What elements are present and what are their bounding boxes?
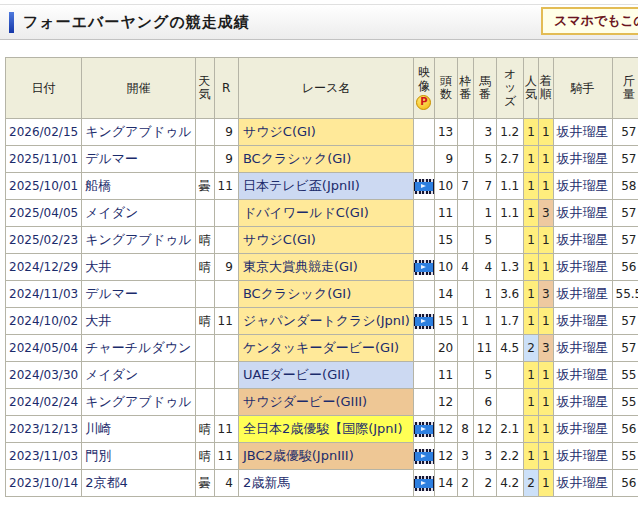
race-name-link[interactable]: サウジC(GI)	[238, 227, 413, 254]
race-date-link[interactable]: 2023/10/14	[6, 470, 82, 497]
jockey-link[interactable]: 坂井瑠星	[553, 389, 612, 416]
table-row: 2023/11/03門別晴11JBC2歳優駿(JpnIII)12332.211坂…	[6, 443, 638, 470]
jockey-link[interactable]: 坂井瑠星	[553, 200, 612, 227]
race-number: 11	[214, 416, 238, 443]
venue-link[interactable]: 大井	[82, 308, 195, 335]
race-name-link[interactable]: ドバイワールドC(GI)	[238, 200, 413, 227]
race-date-link[interactable]: 2023/11/03	[6, 443, 82, 470]
film-play-icon[interactable]	[414, 422, 434, 437]
odds-value: 1.1	[497, 200, 524, 227]
race-name-link[interactable]: JBC2歳優駿(JpnIII)	[238, 443, 413, 470]
odds-value: 4.5	[497, 335, 524, 362]
film-play-icon[interactable]	[414, 314, 434, 329]
film-holes	[414, 179, 434, 182]
venue-link[interactable]: 大井	[82, 254, 195, 281]
jockey-link[interactable]: 坂井瑠星	[553, 281, 612, 308]
jockey-link[interactable]: 坂井瑠星	[553, 416, 612, 443]
race-name-link[interactable]: 日本テレビ盃(JpnII)	[238, 173, 413, 200]
race-name-link[interactable]: 2歳新馬	[238, 470, 413, 497]
jockey-link[interactable]: 坂井瑠星	[553, 173, 612, 200]
jockey-link[interactable]: 坂井瑠星	[553, 227, 612, 254]
film-holes	[414, 422, 434, 425]
race-name-link[interactable]: BCクラシック(GI)	[238, 146, 413, 173]
venue-link[interactable]: キングアブドゥル	[82, 119, 195, 146]
jockey-link[interactable]: 坂井瑠星	[553, 254, 612, 281]
table-row: 2026/02/15キングアブドゥル9サウジC(GI)1331.211坂井瑠星5…	[6, 119, 638, 146]
race-date-link[interactable]: 2025/10/01	[6, 173, 82, 200]
race-name-link[interactable]: ケンタッキーダービー(GI)	[238, 335, 413, 362]
race-date-link[interactable]: 2025/11/01	[6, 146, 82, 173]
race-number: 11	[214, 443, 238, 470]
weight-carried: 55	[612, 443, 638, 470]
weight-carried: 56	[612, 470, 638, 497]
col-header-weather: 天気	[195, 58, 214, 119]
race-name-link[interactable]: ジャパンダートクラシ(JpnI)	[238, 308, 413, 335]
horse-number: 2	[473, 470, 496, 497]
venue-link[interactable]: 門別	[82, 443, 195, 470]
table-row: 2024/10/02大井晴11ジャパンダートクラシ(JpnI)15111.711…	[6, 308, 638, 335]
race-name-link[interactable]: UAEダービー(GII)	[238, 362, 413, 389]
venue-link[interactable]: キングアブドゥル	[82, 227, 195, 254]
venue-link[interactable]: デルマー	[82, 281, 195, 308]
jockey-link[interactable]: 坂井瑠星	[553, 146, 612, 173]
race-date-link[interactable]: 2026/02/15	[6, 119, 82, 146]
video-cell[interactable]	[413, 254, 434, 281]
venue-link[interactable]: キングアブドゥル	[82, 389, 195, 416]
film-play-icon[interactable]	[414, 260, 434, 275]
race-number: 9	[214, 254, 238, 281]
weather-value	[195, 335, 214, 362]
race-date-link[interactable]: 2023/12/13	[6, 416, 82, 443]
odds-value: 1.7	[497, 308, 524, 335]
smartphone-page-button[interactable]: スマホでもこのペ	[541, 7, 638, 35]
video-cell[interactable]	[413, 470, 434, 497]
race-date-link[interactable]: 2024/12/29	[6, 254, 82, 281]
frame-number	[458, 335, 474, 362]
film-holes	[414, 272, 434, 275]
film-play-icon[interactable]	[414, 476, 434, 491]
weight-carried: 56	[612, 416, 638, 443]
frame-number: 3	[458, 443, 474, 470]
race-name-link[interactable]: 東京大賞典競走(GI)	[238, 254, 413, 281]
venue-link[interactable]: 川崎	[82, 416, 195, 443]
video-cell[interactable]	[413, 173, 434, 200]
venue-link[interactable]: 2京都4	[82, 470, 195, 497]
race-number	[214, 227, 238, 254]
race-date-link[interactable]: 2024/11/03	[6, 281, 82, 308]
race-name-link[interactable]: 全日本2歳優駿【国際(JpnI)	[238, 416, 413, 443]
film-play-icon[interactable]	[414, 179, 434, 194]
jockey-link[interactable]: 坂井瑠星	[553, 470, 612, 497]
horse-number: 4	[473, 254, 496, 281]
race-name-link[interactable]: サウジC(GI)	[238, 119, 413, 146]
weather-value: 曇	[195, 470, 214, 497]
jockey-link[interactable]: 坂井瑠星	[553, 443, 612, 470]
race-name-link[interactable]: サウジダービー(GIII)	[238, 389, 413, 416]
race-date-link[interactable]: 2024/10/02	[6, 308, 82, 335]
video-cell[interactable]	[413, 416, 434, 443]
venue-link[interactable]: チャーチルダウン	[82, 335, 195, 362]
race-date-link[interactable]: 2024/03/30	[6, 362, 82, 389]
jockey-link[interactable]: 坂井瑠星	[553, 362, 612, 389]
video-cell[interactable]	[413, 308, 434, 335]
video-cell[interactable]	[413, 443, 434, 470]
jockey-link[interactable]: 坂井瑠星	[553, 308, 612, 335]
col-header-jockey: 騎手	[553, 58, 612, 119]
venue-link[interactable]: メイダン	[82, 362, 195, 389]
race-date-link[interactable]: 2024/02/24	[6, 389, 82, 416]
popularity-value: 1	[524, 389, 539, 416]
jockey-link[interactable]: 坂井瑠星	[553, 119, 612, 146]
odds-value: 1.2	[497, 119, 524, 146]
odds-value: 2.1	[497, 416, 524, 443]
race-date-link[interactable]: 2025/02/23	[6, 227, 82, 254]
frame-number	[458, 119, 474, 146]
race-date-link[interactable]: 2024/05/04	[6, 335, 82, 362]
col-header-heads: 頭数	[434, 58, 457, 119]
heads-count: 10	[434, 254, 457, 281]
jockey-link[interactable]: 坂井瑠星	[553, 335, 612, 362]
venue-link[interactable]: デルマー	[82, 146, 195, 173]
race-name-link[interactable]: BCクラシック(GI)	[238, 281, 413, 308]
race-date-link[interactable]: 2025/04/05	[6, 200, 82, 227]
venue-link[interactable]: メイダン	[82, 200, 195, 227]
venue-link[interactable]: 船橋	[82, 173, 195, 200]
film-play-icon[interactable]	[414, 449, 434, 464]
finish-position: 3	[538, 335, 553, 362]
